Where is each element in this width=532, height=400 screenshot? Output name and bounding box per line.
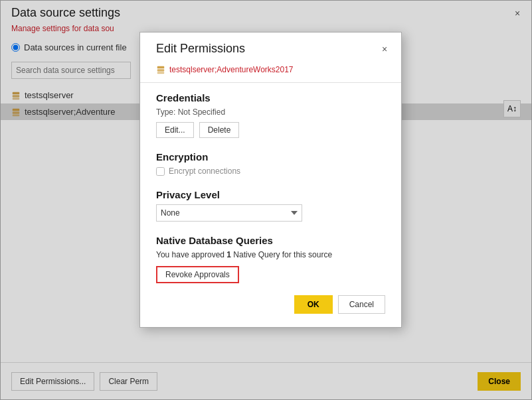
svg-rect-8 (157, 72, 165, 74)
encrypt-connections-checkbox[interactable] (156, 167, 165, 176)
edit-credentials-button[interactable]: Edit... (156, 122, 194, 138)
native-query-count: 1 (226, 250, 231, 259)
encryption-title: Encryption (156, 151, 385, 163)
dialog-footer: OK Cancel (140, 287, 401, 316)
privacy-level-select-wrapper: None Private Organizational Public (156, 204, 302, 222)
credentials-type: Type: Not Specified (156, 107, 385, 117)
dialog-title: Edit Permissions (156, 42, 245, 56)
ok-button[interactable]: OK (294, 295, 333, 314)
dialog-close-button[interactable]: × (379, 43, 391, 55)
encrypt-connections-row: Encrypt connections (156, 167, 385, 176)
credentials-buttons: Edit... Delete (156, 122, 385, 138)
native-query-description: You have approved 1 Native Query for thi… (156, 250, 385, 259)
encrypt-connections-label: Encrypt connections (169, 167, 240, 176)
dialog-database-icon (156, 65, 165, 74)
dialog-source-row: testsqlserver;AdventureWorks2017 (140, 62, 401, 83)
cancel-button[interactable]: Cancel (338, 295, 385, 314)
privacy-level-select[interactable]: None Private Organizational Public (156, 204, 302, 222)
encryption-section: Encryption Encrypt connections (140, 142, 401, 180)
edit-permissions-dialog: Edit Permissions × testsqlserver;Adventu… (139, 32, 402, 328)
privacy-level-section: Privacy Level None Private Organizationa… (140, 180, 401, 226)
dialog-source-name: testsqlserver;AdventureWorks2017 (169, 65, 294, 74)
revoke-approvals-button[interactable]: Revoke Approvals (156, 266, 239, 283)
svg-rect-6 (157, 66, 165, 69)
native-db-queries-title: Native Database Queries (156, 235, 385, 246)
credentials-section: Credentials Type: Not Specified Edit... … (140, 83, 401, 142)
svg-rect-7 (157, 69, 165, 72)
native-query-desc2: Native Query for this source (233, 250, 332, 259)
dialog-titlebar: Edit Permissions × (140, 33, 401, 62)
native-db-queries-section: Native Database Queries You have approve… (140, 226, 401, 287)
credentials-title: Credentials (156, 92, 385, 103)
native-query-desc1: You have approved (156, 250, 224, 259)
privacy-level-title: Privacy Level (156, 189, 385, 200)
delete-credentials-button[interactable]: Delete (199, 122, 240, 138)
